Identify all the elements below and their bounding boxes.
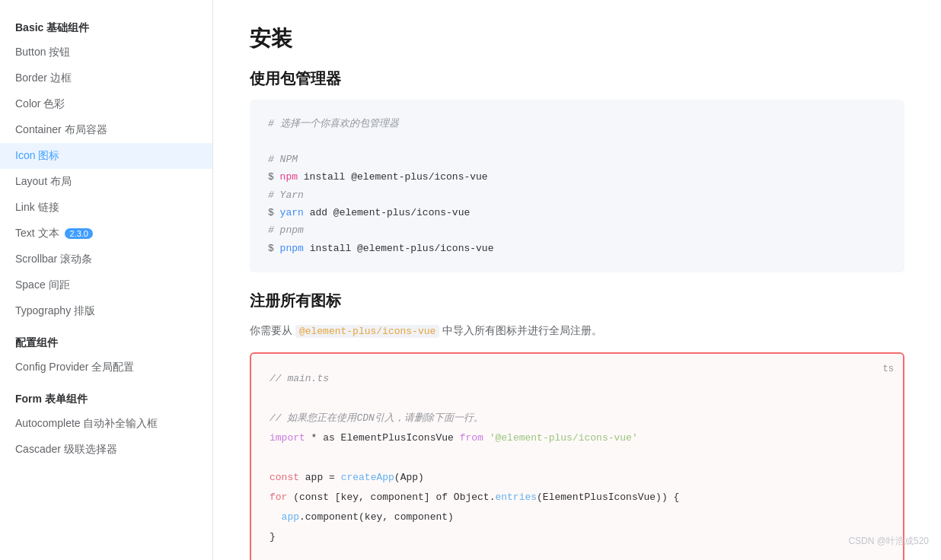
npm-prefix: $	[268, 171, 280, 183]
code-line-pnpm: $ pnpm install @element-plus/icons-vue	[268, 240, 886, 257]
desc-code: @element-plus/icons-vue	[295, 325, 439, 338]
code-main-blank2	[270, 448, 885, 468]
sidebar-section-config: 配置组件 Config Provider 全局配置	[0, 330, 212, 380]
sidebar-item-autocomplete[interactable]: Autocomplete 自动补全输入框	[0, 411, 212, 437]
sidebar-item-text[interactable]: Text 文本 2.3.0	[0, 221, 212, 247]
sidebar-item-link[interactable]: Link 链接	[0, 195, 212, 221]
code-main-line3: import * as ElementPlusIconsVue from '@e…	[270, 428, 885, 448]
sidebar: Basic 基础组件 Button 按钮 Border 边框 Color 色彩 …	[0, 0, 213, 560]
code-line-comment1: # 选择一个你喜欢的包管理器	[268, 115, 886, 132]
npm-cmd: npm	[280, 171, 298, 183]
yarn-prefix: $	[268, 207, 280, 218]
code-main-line1: // main.ts	[270, 369, 885, 389]
yarn-cmd: yarn	[280, 207, 304, 218]
pnpm-rest: install @element-plus/icons-vue	[304, 243, 494, 254]
main-ts-code-block: ts // main.ts // 如果您正在使用CDN引入，请删除下面一行。 i…	[250, 352, 904, 560]
sidebar-item-text-label: Text 文本	[15, 227, 59, 239]
main-content: 安装 使用包管理器 # 选择一个你喜欢的包管理器 # NPM $ npm ins…	[213, 0, 941, 560]
yarn-rest: add @element-plus/icons-vue	[304, 207, 470, 218]
code-main-line2: // 如果您正在使用CDN引入，请删除下面一行。	[270, 409, 885, 428]
pnpm-cmd: pnpm	[280, 243, 304, 254]
code-main-line6: app.component(key, component)	[270, 508, 885, 527]
sidebar-section-title-form: Form 表单组件	[0, 387, 212, 411]
code-line-npm: $ npm install @element-plus/icons-vue	[268, 168, 886, 186]
code-main-line4: const app = createApp(App)	[270, 468, 885, 488]
sidebar-item-color[interactable]: Color 色彩	[0, 91, 212, 117]
sidebar-section-form: Form 表单组件 Autocomplete 自动补全输入框 Cascader …	[0, 387, 212, 463]
sidebar-item-space[interactable]: Space 间距	[0, 272, 212, 298]
npm-rest: install @element-plus/icons-vue	[298, 171, 488, 183]
sidebar-section-basic: Basic 基础组件 Button 按钮 Border 边框 Color 色彩 …	[0, 15, 212, 324]
section1-title: 使用包管理器	[250, 68, 904, 89]
ts-label: ts	[883, 360, 894, 378]
sidebar-item-typography[interactable]: Typography 排版	[0, 298, 212, 324]
install-code-block: # 选择一个你喜欢的包管理器 # NPM $ npm install @elem…	[250, 100, 904, 272]
sidebar-item-layout[interactable]: Layout 布局	[0, 169, 212, 195]
sidebar-item-icon[interactable]: Icon 图标	[0, 143, 212, 169]
pnpm-prefix: $	[268, 243, 280, 254]
code-main-line5: for (const [key, component] of Object.en…	[270, 488, 885, 508]
page-title: 安装	[250, 24, 904, 53]
section2-desc: 你需要从 @element-plus/icons-vue 中导入所有图标并进行全…	[250, 322, 904, 340]
code-line-yarn-comment: # Yarn	[268, 186, 886, 204]
sidebar-item-cascader[interactable]: Cascader 级联选择器	[0, 437, 212, 463]
text-version-badge: 2.3.0	[65, 228, 92, 239]
section2-title: 注册所有图标	[250, 291, 904, 311]
code-line-pnpm-comment: # pnpm	[268, 221, 886, 239]
code-main-line7: }	[270, 527, 885, 547]
sidebar-section-title-config: 配置组件	[0, 330, 212, 355]
sidebar-item-scrollbar[interactable]: Scrollbar 滚动条	[0, 247, 212, 272]
code-main-blank1	[270, 389, 885, 409]
sidebar-section-title-basic: Basic 基础组件	[0, 15, 212, 40]
code-line-yarn: $ yarn add @element-plus/icons-vue	[268, 204, 886, 221]
sidebar-item-border[interactable]: Border 边框	[0, 65, 212, 91]
sidebar-item-config-provider[interactable]: Config Provider 全局配置	[0, 355, 212, 380]
code-line-npm-comment: # NPM	[268, 151, 886, 168]
csdn-watermark: CSDN @叶浩成520	[848, 535, 929, 548]
sidebar-item-container[interactable]: Container 布局容器	[0, 117, 212, 143]
sidebar-item-button[interactable]: Button 按钮	[0, 40, 212, 65]
code-line-blank1	[268, 132, 886, 150]
